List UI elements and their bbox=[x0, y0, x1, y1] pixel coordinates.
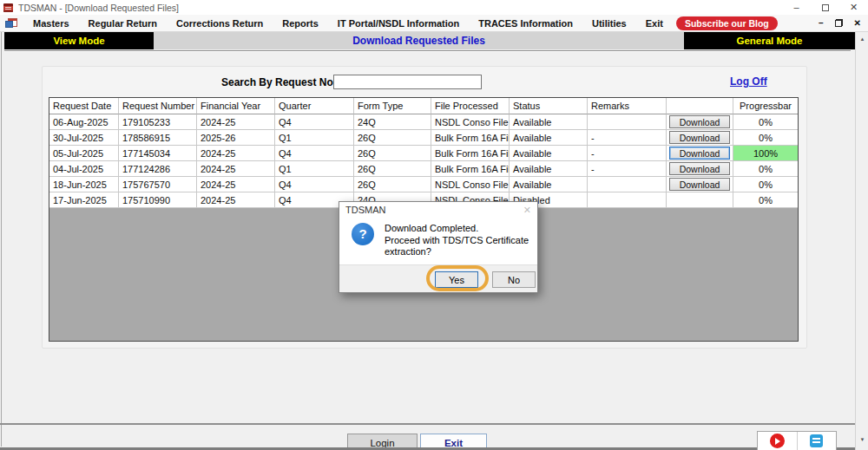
vertical-scrollbar[interactable]: ▲ ▼ bbox=[855, 32, 868, 450]
menu-item-exit[interactable]: Exit bbox=[636, 18, 673, 29]
mdi-window-controls: – ✕ bbox=[819, 19, 868, 28]
download-button[interactable]: Download bbox=[669, 162, 730, 175]
window-title: TDSMAN - [Download Requested Files] bbox=[18, 3, 179, 13]
cell-progressbar: 0% bbox=[733, 192, 798, 208]
close-icon[interactable]: ✕ bbox=[839, 0, 868, 15]
cell-form: 26Q bbox=[354, 130, 431, 146]
table-row: 04-Jul-20251771242862024-25Q126QBulk For… bbox=[49, 161, 798, 177]
table-row: 30-Jul-20251785869152025-26Q126QBulk For… bbox=[49, 130, 798, 146]
download-button[interactable]: Download bbox=[669, 178, 730, 191]
maximize-icon[interactable] bbox=[811, 0, 839, 15]
menu-bar: MastersRegular ReturnCorrections ReturnR… bbox=[0, 15, 868, 32]
cell-remarks bbox=[588, 177, 667, 192]
table-header-row: Request DateRequest NumberFinancial Year… bbox=[49, 98, 798, 114]
column-header: Quarter bbox=[275, 98, 354, 114]
cell-form: 26Q bbox=[354, 161, 431, 177]
yes-button[interactable]: Yes bbox=[435, 271, 478, 288]
cell-remarks: - bbox=[588, 161, 667, 177]
menu-item-reports[interactable]: Reports bbox=[273, 18, 328, 29]
app-icon bbox=[3, 3, 13, 12]
scroll-down-icon[interactable]: ▼ bbox=[856, 434, 868, 447]
column-header: Remarks bbox=[588, 98, 667, 114]
menu-item-corrections-return[interactable]: Corrections Return bbox=[167, 18, 273, 29]
column-header: Form Type bbox=[354, 98, 431, 114]
cell-number: 175710990 bbox=[119, 192, 197, 208]
cell-number: 177145034 bbox=[119, 146, 197, 161]
dialog-close-icon[interactable]: ✕ bbox=[523, 205, 531, 215]
menu-item-masters[interactable]: Masters bbox=[23, 18, 79, 29]
scroll-up-icon[interactable]: ▲ bbox=[856, 33, 868, 46]
no-button[interactable]: No bbox=[492, 271, 536, 288]
menu-item-it-portal-nsdl-information[interactable]: IT Portal/NSDL Information bbox=[328, 18, 469, 29]
cell-progressbar: 0% bbox=[733, 130, 798, 146]
table-row: 06-Aug-20251791052332024-25Q424QNSDL Con… bbox=[49, 114, 798, 130]
cell-quarter: Q1 bbox=[275, 130, 354, 146]
column-header: Request Number bbox=[119, 98, 197, 114]
blog-link[interactable] bbox=[798, 432, 837, 450]
cell-fy: 2024-25 bbox=[197, 177, 275, 192]
cell-file: Bulk Form 16A File bbox=[431, 130, 510, 146]
view-mode-button[interactable]: View Mode bbox=[4, 32, 154, 49]
mdi-minimize-icon[interactable]: – bbox=[819, 19, 824, 28]
download-button[interactable]: Download bbox=[669, 115, 730, 128]
mdi-close-icon[interactable]: ✕ bbox=[854, 19, 861, 28]
cell-date: 17-Jun-2025 bbox=[49, 192, 119, 208]
cell-file: NSDL Conso File bbox=[431, 114, 510, 130]
page-title: Download Requested Files bbox=[154, 32, 684, 49]
menu-items: MastersRegular ReturnCorrections ReturnR… bbox=[23, 18, 673, 29]
cell-quarter: Q4 bbox=[275, 114, 354, 130]
dialog-title: TDSMAN bbox=[345, 205, 385, 215]
footer-divider bbox=[0, 423, 866, 425]
window-controls: – ✕ bbox=[782, 0, 868, 15]
cell-action: Download bbox=[667, 161, 733, 177]
dialog: TDSMAN ✕ ? Download Completed. Proceed w… bbox=[339, 201, 538, 293]
cell-fy: 2025-26 bbox=[197, 130, 275, 146]
column-header: Status bbox=[510, 98, 588, 114]
cell-progressbar: 0% bbox=[733, 177, 798, 192]
cell-date: 06-Aug-2025 bbox=[49, 114, 119, 130]
menu-item-traces-information[interactable]: TRACES Information bbox=[469, 18, 582, 29]
column-header: Request Date bbox=[49, 98, 119, 114]
menu-item-utilities[interactable]: Utilities bbox=[582, 18, 636, 29]
cell-date: 04-Jul-2025 bbox=[49, 161, 119, 177]
cell-action bbox=[667, 192, 733, 208]
menu-item-regular-return[interactable]: Regular Return bbox=[79, 18, 167, 29]
general-mode-button[interactable]: General Mode bbox=[684, 32, 855, 49]
cell-form: 26Q bbox=[354, 177, 431, 192]
dialog-message: Download Completed. Proceed with TDS/TCS… bbox=[385, 223, 537, 258]
cell-action: Download bbox=[667, 177, 733, 192]
cell-progressbar: 0% bbox=[733, 114, 798, 130]
cell-form: 24Q bbox=[354, 114, 431, 130]
cell-quarter: Q1 bbox=[275, 161, 354, 177]
dialog-message-line1: Download Completed. bbox=[385, 223, 537, 235]
cell-status: Available bbox=[510, 130, 588, 146]
cell-action: Download bbox=[667, 114, 733, 130]
search-input[interactable] bbox=[333, 75, 482, 89]
cell-remarks: - bbox=[588, 146, 667, 161]
cell-date: 18-Jun-2025 bbox=[49, 177, 119, 192]
cell-status: Available bbox=[510, 146, 588, 161]
youtube-link[interactable] bbox=[758, 432, 798, 450]
divider bbox=[4, 50, 851, 52]
download-button[interactable]: Download bbox=[669, 131, 730, 144]
dialog-title-bar: TDSMAN ✕ bbox=[339, 202, 537, 218]
column-header bbox=[667, 98, 733, 114]
cell-progressbar: 100% bbox=[733, 146, 798, 161]
search-label: Search By Request No. bbox=[221, 76, 336, 88]
cell-quarter: Q4 bbox=[275, 177, 354, 192]
cell-file: Bulk Form 16A File bbox=[431, 161, 510, 177]
download-button[interactable]: Download bbox=[669, 147, 730, 160]
cell-fy: 2024-25 bbox=[197, 114, 275, 130]
cell-quarter: Q4 bbox=[275, 146, 354, 161]
title-bar: TDSMAN - [Download Requested Files] – ✕ bbox=[0, 0, 868, 15]
log-off-link[interactable]: Log Off bbox=[730, 75, 767, 88]
mdi-restore-icon[interactable] bbox=[835, 19, 843, 27]
minimize-icon[interactable]: – bbox=[782, 0, 811, 15]
column-header: File Processed bbox=[431, 98, 510, 114]
cell-number: 178586915 bbox=[119, 130, 197, 146]
cell-action: Download bbox=[667, 130, 733, 146]
subscribe-blog-button[interactable]: Subscribe our Blog bbox=[676, 16, 778, 30]
cell-fy: 2024-25 bbox=[197, 146, 275, 161]
cell-file: NSDL Conso File bbox=[431, 177, 510, 192]
child-window-icon bbox=[5, 18, 16, 28]
